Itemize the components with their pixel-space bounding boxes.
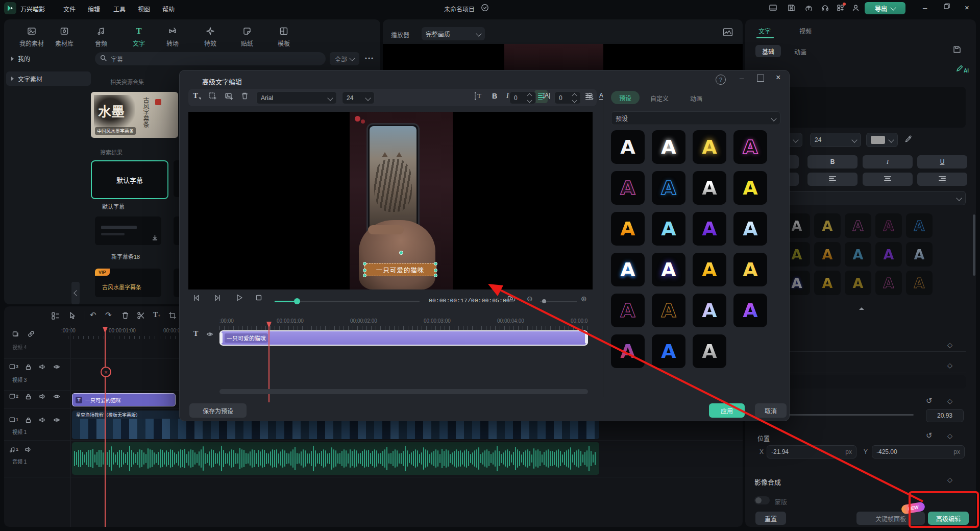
play-button[interactable] <box>235 294 243 302</box>
keyframe-diamond-icon[interactable]: ◇ <box>947 397 952 405</box>
dialog-tab-preset[interactable]: 预设 <box>611 91 640 104</box>
dialog-tab-custom[interactable]: 自定义 <box>650 94 669 103</box>
text-preset-tile[interactable]: A <box>875 213 902 238</box>
playhead-marker-icon[interactable]: × <box>101 367 111 377</box>
mask-toggle[interactable] <box>754 496 770 504</box>
preset-style-tile[interactable]: A <box>733 130 767 164</box>
text-preset-tile[interactable]: A <box>814 213 841 238</box>
underline-button[interactable]: U <box>917 155 967 168</box>
rotate-anchor-handle[interactable] <box>399 251 403 255</box>
panel-scrollbar[interactable] <box>973 214 975 276</box>
add-text-icon[interactable]: T <box>193 91 201 100</box>
vip-subtitle-card[interactable]: VIP 古风水墨字幕条 <box>95 269 161 297</box>
preset-style-tile[interactable]: A <box>611 212 645 246</box>
font-color-dropdown[interactable] <box>866 133 898 147</box>
y-value-field[interactable]: -425.00 px <box>872 445 965 458</box>
reset-button[interactable]: 重置 <box>755 512 786 525</box>
seek-slider-handle[interactable] <box>294 298 300 304</box>
export-button[interactable]: 导出 <box>865 2 905 14</box>
text-preset-grid[interactable]: AAAAAAAAAAAAAAA <box>783 213 937 295</box>
preset-style-tile[interactable]: A <box>733 253 767 286</box>
panel-tab-text[interactable]: 文字 <box>758 27 771 35</box>
sidebar-item-text-assets[interactable]: 文字素材 <box>6 71 91 86</box>
preset-style-tile[interactable]: A <box>733 212 767 246</box>
keyframe-diamond-icon[interactable]: ◇ <box>947 341 952 349</box>
track-manager-icon[interactable] <box>51 311 60 322</box>
add-image-icon[interactable] <box>225 92 233 101</box>
dialog-minimize-button[interactable]: – <box>740 74 744 82</box>
text-content-box[interactable] <box>760 87 966 128</box>
stop-button[interactable] <box>255 294 262 301</box>
preset-style-tile[interactable]: A <box>611 253 645 286</box>
tab-my-media[interactable]: 我的素材 <box>19 27 44 47</box>
preset-style-tile[interactable]: A <box>611 130 645 164</box>
timeline-ruler[interactable] <box>68 336 180 339</box>
bold-button[interactable]: B <box>807 155 857 168</box>
menu-file[interactable]: 文件 <box>61 5 78 13</box>
sidebar-item-mine[interactable]: 我的 <box>11 54 30 63</box>
reset-icon[interactable]: ↺ <box>926 396 933 405</box>
text-preset-tile[interactable]: A <box>845 242 871 267</box>
scopes-icon[interactable] <box>723 28 733 38</box>
delete-text-icon[interactable] <box>241 92 249 100</box>
line-spacing-field[interactable]: 0 <box>554 91 581 104</box>
add-textbox-icon[interactable] <box>208 92 217 101</box>
preset-style-tile[interactable]: A <box>652 294 685 327</box>
x-value-field[interactable]: -21.94 px <box>767 445 856 458</box>
ink-style-card[interactable]: 水墨 古风字幕条 中国风水墨字幕条 <box>91 92 178 138</box>
preset-style-tile[interactable]: A <box>693 130 726 164</box>
download-icon[interactable] <box>152 234 158 243</box>
text-preset-tile[interactable]: A <box>814 271 841 295</box>
upload-icon[interactable] <box>804 4 813 14</box>
audio-track-header[interactable]: 1 <box>9 445 33 453</box>
panel-tab-video[interactable]: 视频 <box>799 27 812 35</box>
apply-button[interactable]: 应用 <box>709 403 745 418</box>
text-preset-tile[interactable]: A <box>875 271 902 295</box>
overlay-text-box[interactable]: 一只可爱的猫咪 <box>364 263 436 276</box>
plugins-grid-icon[interactable] <box>836 4 845 14</box>
delete-icon[interactable] <box>121 311 129 321</box>
audio-clip[interactable] <box>72 442 599 475</box>
dialog-text-clip[interactable]: 一只可爱的猫咪 <box>219 330 588 346</box>
font-size-dropdown[interactable]: 24 <box>810 133 861 147</box>
account-icon[interactable] <box>851 4 860 14</box>
preset-category-dropdown[interactable]: 预设 <box>611 111 780 125</box>
vertical-text-icon[interactable]: T <box>475 92 481 100</box>
layers-icon[interactable] <box>585 92 594 101</box>
track1-header[interactable]: 1 <box>9 416 61 424</box>
text-preset-tile[interactable]: A <box>906 242 933 267</box>
char-spacing-field[interactable]: 0 <box>509 91 536 104</box>
search-input[interactable]: 字幕 <box>95 52 326 65</box>
subtitle-card-partial[interactable] <box>174 269 179 297</box>
align-center-button[interactable] <box>863 173 913 186</box>
close-button[interactable]: × <box>965 3 969 12</box>
align-right-button[interactable] <box>917 173 967 186</box>
preset-style-tile[interactable]: A <box>733 294 767 327</box>
preset-style-tile[interactable]: A <box>693 253 726 286</box>
tab-templates[interactable]: 模板 <box>278 27 290 47</box>
tab-transitions[interactable]: 转场 <box>166 27 179 47</box>
dialog-hscrollbar[interactable] <box>219 389 588 394</box>
dialog-tab-animation[interactable]: 动画 <box>690 94 702 103</box>
italic-button[interactable]: I <box>863 155 913 168</box>
selection-handle[interactable] <box>434 269 437 272</box>
text-preset-tile[interactable]: A <box>845 271 871 295</box>
save-preset-icon[interactable] <box>952 45 962 56</box>
subtitle-card-partial[interactable] <box>174 160 179 197</box>
tab-effects[interactable]: 特效 <box>204 27 216 47</box>
minimize-button[interactable]: – <box>923 3 927 12</box>
support-headset-icon[interactable] <box>821 4 829 14</box>
menu-help[interactable]: 帮助 <box>160 5 177 13</box>
menu-view[interactable]: 视图 <box>136 5 152 13</box>
dialog-maximize-button[interactable] <box>757 75 764 82</box>
tab-text[interactable]: T文字 <box>133 27 145 47</box>
quality-dropdown[interactable]: 完整画质 <box>422 27 485 40</box>
dialog-font-dropdown[interactable]: Arial <box>256 91 337 104</box>
line-spacing-icon[interactable]: |A| <box>543 92 550 99</box>
maximize-button[interactable] <box>943 3 950 11</box>
preset-style-tile[interactable]: A <box>652 334 685 368</box>
select-tool-icon[interactable] <box>68 311 77 321</box>
track4-add-icon[interactable] <box>11 330 20 338</box>
next-frame-button[interactable] <box>214 294 222 302</box>
text-clip[interactable]: T 一只可爱的猫咪 <box>72 393 176 406</box>
